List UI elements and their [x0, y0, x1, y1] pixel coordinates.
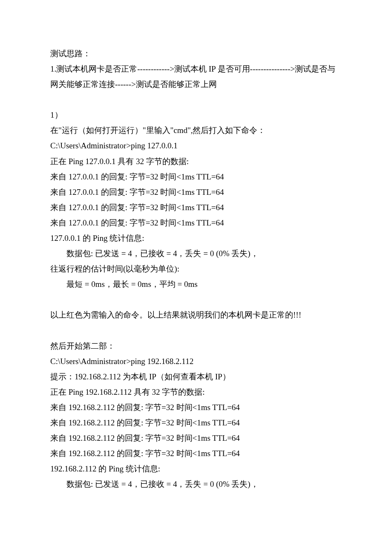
- document-page: 测试思路： 1.测试本机网卡是否正常------------>测试本机 IP 是…: [0, 0, 392, 517]
- cmd-ping-localhost: C:\Users\Administrator>ping 127.0.0.1: [50, 138, 342, 153]
- ping-reply-1: 来自 127.0.0.1 的回复: 字节=32 时间<1ms TTL=64: [50, 169, 342, 185]
- ping-header-localip: 正在 Ping 192.168.2.112 具有 32 字节的数据:: [50, 384, 342, 400]
- ping-packets-localip: 数据包: 已发送 = 4，已接收 = 4，丢失 = 0 (0% 丢失)，: [50, 477, 342, 492]
- step-1-label: 1）: [50, 107, 342, 123]
- blank-line: [50, 92, 342, 107]
- ping-reply-localip-3: 来自 192.168.2.112 的回复: 字节=32 时间<1ms TTL=6…: [50, 431, 342, 446]
- ping-reply-2: 来自 127.0.0.1 的回复: 字节=32 时间<1ms TTL=64: [50, 185, 342, 200]
- ping-rtt-values: 最短 = 0ms，最长 = 0ms，平均 = 0ms: [50, 277, 342, 292]
- hint-localip: 提示：192.168.2.112 为本机 IP（如何查看本机 IP）: [50, 369, 342, 384]
- ping-stats-header-localip: 192.168.2.112 的 Ping 统计信息:: [50, 461, 342, 477]
- ping-reply-localip-2: 来自 192.168.2.112 的回复: 字节=32 时间<1ms TTL=6…: [50, 415, 342, 431]
- ping-reply-4: 来自 127.0.0.1 的回复: 字节=32 时间<1ms TTL=64: [50, 215, 342, 231]
- ping-stats-header: 127.0.0.1 的 Ping 统计信息:: [50, 231, 342, 246]
- cmd-ping-localip: C:\Users\Administrator>ping 192.168.2.11…: [50, 354, 342, 369]
- ping-reply-3: 来自 127.0.0.1 的回复: 字节=32 时间<1ms TTL=64: [50, 200, 342, 215]
- instruction-run-cmd: 在"运行（如何打开运行）"里输入"cmd",然后打入如下命令：: [50, 123, 342, 138]
- ping-packets: 数据包: 已发送 = 4，已接收 = 4，丢失 = 0 (0% 丢失)，: [50, 246, 342, 261]
- ping-rtt-header: 往返行程的估计时间(以毫秒为单位):: [50, 261, 342, 277]
- ping-reply-localip-4: 来自 192.168.2.112 的回复: 字节=32 时间<1ms TTL=6…: [50, 446, 342, 461]
- blank-line: [50, 292, 342, 307]
- test-flow: 1.测试本机网卡是否正常------------>测试本机 IP 是否可用---…: [50, 61, 342, 92]
- explanation-red: 以上红色为需输入的命令。以上结果就说明我们的本机网卡是正常的!!!: [50, 307, 342, 323]
- ping-reply-localip-1: 来自 192.168.2.112 的回复: 字节=32 时间<1ms TTL=6…: [50, 400, 342, 415]
- step-2-label: 然后开始第二部：: [50, 338, 342, 354]
- ping-header-localhost: 正在 Ping 127.0.0.1 具有 32 字节的数据:: [50, 154, 342, 169]
- blank-line: [50, 323, 342, 338]
- heading-test-思路: 测试思路：: [50, 46, 342, 61]
